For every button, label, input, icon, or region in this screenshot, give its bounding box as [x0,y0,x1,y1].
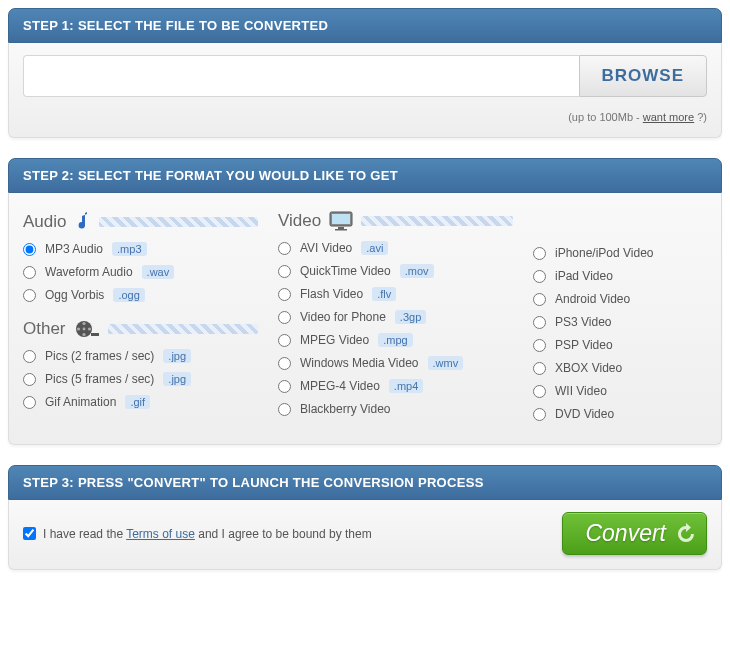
format-radio[interactable] [278,265,291,278]
svg-rect-8 [332,214,350,224]
format-option[interactable]: Ogg Vorbis.ogg [23,288,258,302]
format-radio[interactable] [278,242,291,255]
format-radio[interactable] [533,339,546,352]
step3-header: STEP 3: PRESS "CONVERT" TO LAUNCH THE CO… [8,465,722,500]
format-label: PS3 Video [555,315,612,329]
format-option[interactable]: QuickTime Video.mov [278,264,513,278]
format-radio[interactable] [533,362,546,375]
format-radio[interactable] [533,385,546,398]
format-ext: .jpg [163,372,191,386]
format-option[interactable]: Windows Media Video.wmv [278,356,513,370]
format-radio[interactable] [278,357,291,370]
svg-point-3 [76,327,79,330]
format-radio[interactable] [533,316,546,329]
format-label: XBOX Video [555,361,622,375]
terms-prefix: I have read the [43,527,126,541]
terms-label[interactable]: I have read the Terms of use and I agree… [23,527,372,541]
format-option[interactable]: MPEG-4 Video.mp4 [278,379,513,393]
upload-hint: (up to 100Mb - want more ?) [23,111,707,123]
format-label: Video for Phone [300,310,386,324]
format-radio[interactable] [533,408,546,421]
format-label: iPhone/iPod Video [555,246,654,260]
svg-rect-9 [338,227,344,229]
format-ext: .3gp [395,310,426,324]
format-option[interactable]: Waveform Audio.wav [23,265,258,279]
format-option[interactable]: Blackberry Video [278,402,513,416]
format-radio[interactable] [533,270,546,283]
file-input[interactable] [23,55,579,97]
step3-panel: I have read the Terms of use and I agree… [8,500,722,570]
format-radio[interactable] [533,293,546,306]
terms-suffix: and I agree to be bound by them [195,527,372,541]
format-option[interactable]: Pics (2 frames / sec).jpg [23,349,258,363]
format-label: MPEG Video [300,333,369,347]
stripes-decoration [361,216,513,226]
format-option[interactable]: PS3 Video [533,315,707,329]
svg-rect-6 [91,333,99,336]
svg-point-2 [82,333,85,336]
hint-prefix: (up to 100Mb - [568,111,643,123]
format-option[interactable]: XBOX Video [533,361,707,375]
format-radio[interactable] [23,396,36,409]
format-option[interactable]: DVD Video [533,407,707,421]
stripes-decoration [99,217,258,227]
browse-button[interactable]: BROWSE [579,55,708,97]
convert-button[interactable]: Convert [562,512,707,555]
format-option[interactable]: Android Video [533,292,707,306]
format-label: Waveform Audio [45,265,133,279]
format-ext: .mpg [378,333,412,347]
format-ext: .mp4 [389,379,423,393]
format-ext: .jpg [163,349,191,363]
format-radio[interactable] [278,380,291,393]
format-option[interactable]: Flash Video.flv [278,287,513,301]
format-ext: .wav [142,265,175,279]
format-label: QuickTime Video [300,264,391,278]
format-ext: .wmv [428,356,464,370]
category-video: Video [278,211,513,231]
format-label: Android Video [555,292,630,306]
format-radio[interactable] [23,373,36,386]
format-radio[interactable] [278,311,291,324]
convert-label: Convert [585,520,666,546]
terms-checkbox[interactable] [23,527,36,540]
step1-panel: BROWSE (up to 100Mb - want more ?) [8,43,722,138]
format-label: Blackberry Video [300,402,391,416]
format-ext: .ogg [113,288,144,302]
format-option[interactable]: Pics (5 frames / sec).jpg [23,372,258,386]
terms-of-use-link[interactable]: Terms of use [126,527,195,541]
svg-point-4 [87,327,90,330]
format-option[interactable]: MPEG Video.mpg [278,333,513,347]
format-radio[interactable] [278,334,291,347]
format-ext: .gif [125,395,150,409]
stripes-decoration [108,324,258,334]
format-label: AVI Video [300,241,352,255]
format-option[interactable]: MP3 Audio.mp3 [23,242,258,256]
format-option[interactable]: iPhone/iPod Video [533,246,707,260]
format-option[interactable]: PSP Video [533,338,707,352]
want-more-link[interactable]: want more [643,111,694,123]
format-radio[interactable] [533,247,546,260]
format-ext: .mov [400,264,434,278]
music-note-icon [74,211,91,232]
category-audio: Audio [23,211,258,232]
format-label: iPad Video [555,269,613,283]
format-radio[interactable] [23,243,36,256]
format-option[interactable]: iPad Video [533,269,707,283]
format-option[interactable]: WII Video [533,384,707,398]
step2-panel: Audio MP3 Audio.mp3Waveform Audio.wavOgg… [8,193,722,445]
category-other: Other [23,318,258,339]
format-radio[interactable] [23,266,36,279]
film-reel-icon [74,318,100,339]
category-other-label: Other [23,319,66,339]
format-option[interactable]: Video for Phone.3gp [278,310,513,324]
svg-point-1 [82,322,85,325]
format-radio[interactable] [278,403,291,416]
format-option[interactable]: Gif Animation.gif [23,395,258,409]
svg-rect-10 [335,229,347,231]
format-option[interactable]: AVI Video.avi [278,241,513,255]
format-radio[interactable] [23,350,36,363]
format-radio[interactable] [278,288,291,301]
format-label: DVD Video [555,407,614,421]
format-radio[interactable] [23,289,36,302]
svg-point-5 [82,328,85,331]
